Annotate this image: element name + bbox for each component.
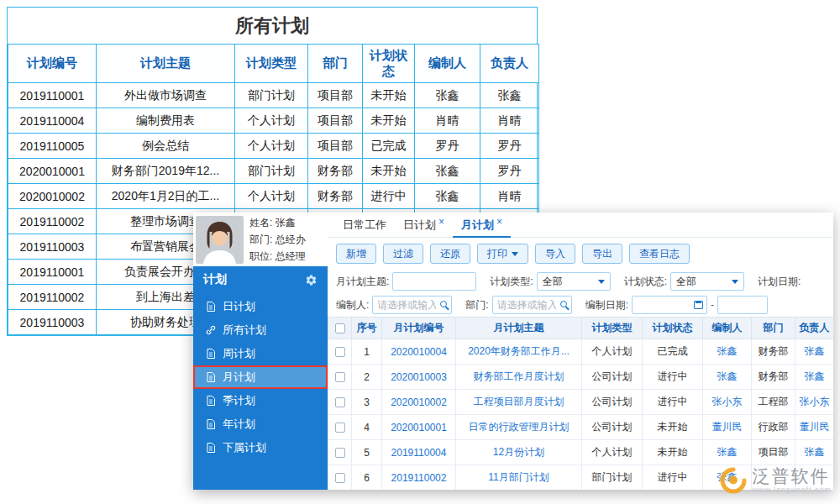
close-icon[interactable]: × [438,218,444,226]
table-cell: 个人计划 [235,134,308,159]
sidebar-section-plan[interactable]: 计划 [193,266,328,293]
cell-link[interactable]: 财务部工作月度计划 [456,365,582,390]
cell-link[interactable]: 张小东 [703,390,752,415]
sidebar-item-1[interactable]: 所有计划 [193,318,328,342]
toolbar-button[interactable]: 新增 [336,244,376,264]
sidebar-item-label: 年计划 [223,417,255,432]
sidebar-item-6[interactable]: 下属计划 [193,436,328,459]
toolbar-button[interactable]: 导入 [535,244,575,264]
cell-link[interactable]: 2019110002 [382,465,456,491]
gear-icon[interactable] [305,274,318,286]
toolbar-button[interactable]: 打印 [477,244,528,264]
sidebar-menu: 日计划所有计划周计划月计划季计划年计划下属计划 [193,293,328,459]
cell-link[interactable]: 张鑫 [703,365,752,390]
search-icon[interactable] [560,301,567,307]
toolbar-button[interactable]: 还原 [430,244,470,264]
doc-icon [206,372,216,382]
subject-filter-input[interactable] [392,272,476,291]
table-cell: 外出做市场调查 [97,83,235,108]
row-checkbox[interactable] [335,448,345,458]
cell-link[interactable]: 张鑫 [703,339,752,365]
sidebar-item-2[interactable]: 周计划 [193,342,328,365]
column-header: 负责人 [795,318,834,339]
dept-filter-label: 部门: [465,298,488,312]
cell-link[interactable]: 张鑫 [795,365,834,390]
cell-link[interactable]: 2020010001 [382,415,456,440]
sidebar-item-3[interactable]: 月计划 [193,365,328,389]
toolbar-button[interactable]: 查看日志 [629,244,690,264]
cell-link[interactable]: 董川民 [703,415,752,440]
checkbox-cell [328,440,352,465]
table-row[interactable]: 42020010001日常的行政管理月计划公司计划未开始董川民行政部董川民 [328,415,834,440]
column-header: 编制人 [415,45,480,83]
table-cell: 已完成 [363,134,415,159]
row-checkbox[interactable] [335,347,345,357]
cell-link[interactable]: 日常的行政管理月计划 [456,415,582,440]
checkbox-header-cell [328,318,352,339]
sidebar-item-4[interactable]: 季计划 [193,389,328,412]
table-cell: 个人计划 [235,184,308,209]
calendar-icon[interactable] [694,301,703,309]
sidebar-item-5[interactable]: 年计划 [193,412,328,436]
cell-link[interactable]: 2020010003 [382,365,456,390]
row-checkbox[interactable] [335,423,345,433]
table-row[interactable]: 5201911000412月份计划个人计划未开始张鑫项目部张鑫 [328,440,834,465]
row-checkbox[interactable] [335,473,345,483]
search-icon[interactable] [440,301,447,307]
column-header: 计划主题 [97,45,235,83]
sidebar-item-0[interactable]: 日计划 [193,295,328,318]
sidebar-item-label: 月计划 [223,370,255,385]
row-checkbox[interactable] [335,397,345,407]
table-row[interactable]: 20200100022020年1月2日的工...个人计划财务部进行中张鑫肖晴 [8,184,539,209]
subject-filter-label: 月计划主题: [336,275,389,289]
table-row[interactable]: 22020010003财务部工作月度计划公司计划进行中张鑫财务部张鑫 [328,365,834,390]
doc-icon [206,443,216,453]
table-cell: 进行中 [643,390,703,415]
table-cell: 罗丹 [415,134,480,159]
table-cell: 公司计划 [582,390,643,415]
cell-link[interactable]: 12月份计划 [456,440,582,465]
tab[interactable]: 月计划× [453,213,511,238]
table-cell: 财务部 [752,339,795,365]
compile-date-end-input[interactable] [717,296,768,314]
table-row[interactable]: 2020010001财务部门2019年12...部门计划财务部未开始张鑫罗丹 [8,159,539,184]
toolbar-button[interactable]: 过滤 [383,244,423,264]
table-row[interactable]: 120200100042020年财务部工作月...个人计划已完成张鑫财务部张鑫 [328,339,834,365]
toolbar-button[interactable]: 导出 [582,244,622,264]
tab-label: 日计划 [403,218,436,233]
cell-link[interactable]: 张鑫 [703,440,752,465]
profile-info: 姓名: 张鑫 部门: 总经办 职位: 总经理 [244,214,306,265]
cell-link[interactable]: 2019110004 [382,440,456,465]
table-row[interactable]: 32020010002工程项目部月度计划公司计划进行中张小东工程部张小东 [328,390,834,415]
table-row[interactable]: 2019110005例会总结个人计划项目部已完成罗丹罗丹 [8,134,539,159]
cell-link[interactable]: 工程项目部月度计划 [456,390,582,415]
table-cell: 张鑫 [415,83,480,108]
cell-link[interactable]: 2020年财务部工作月... [456,339,582,365]
select-all-checkbox[interactable] [335,323,345,333]
tab[interactable]: 日常工作 [334,213,395,238]
status-filter-select[interactable]: 全部 [670,272,744,291]
table-row[interactable]: 2019110001外出做市场调查部门计划项目部未开始张鑫张鑫 [8,83,539,108]
cell-link[interactable]: 张鑫 [795,339,834,365]
tab[interactable]: 日计划× [395,213,453,238]
table-cell: 4 [352,415,382,440]
row-checkbox[interactable] [335,372,345,382]
close-icon[interactable]: × [496,218,502,226]
cell-link[interactable]: 2020010002 [382,390,456,415]
cell-link[interactable]: 张鑫 [795,440,834,465]
cell-link[interactable]: 董川民 [795,415,834,440]
cell-link[interactable]: 11月部门计划 [456,465,582,491]
app-canvas: 所有计划 计划编号计划主题计划类型部门计划状态编制人负责人 2019110001… [0,0,840,504]
cell-link[interactable]: 张小东 [795,390,834,415]
table-cell: 财务部 [752,365,795,390]
cell-link[interactable]: 2020010004 [382,339,456,365]
table-cell: 2019110004 [8,108,97,134]
checkbox-cell [328,339,352,365]
table-cell: 财务部 [308,159,363,184]
table-cell: 未开始 [643,440,703,465]
table-cell: 2020010001 [8,159,97,184]
type-filter-select[interactable]: 全部 [537,272,611,291]
doc-icon [206,419,216,429]
table-row[interactable]: 2019110004编制费用表个人计划项目部未开始肖晴肖晴 [8,108,539,134]
button-label: 导入 [545,247,565,261]
